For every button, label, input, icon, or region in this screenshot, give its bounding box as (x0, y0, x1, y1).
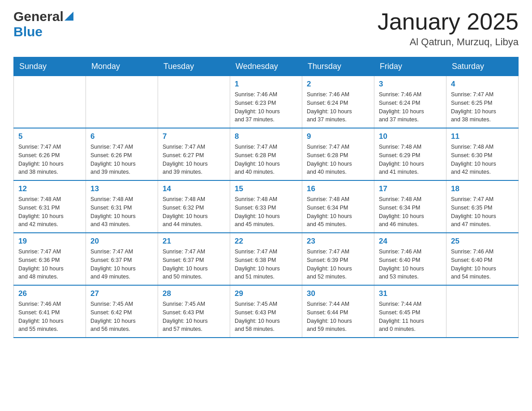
calendar-header: SundayMondayTuesdayWednesdayThursdayFrid… (14, 57, 519, 76)
calendar-table: SundayMondayTuesdayWednesdayThursdayFrid… (13, 57, 519, 338)
logo-blue-text: Blue (13, 24, 43, 39)
day-info: Sunrise: 7:47 AM Sunset: 6:27 PM Dayligh… (163, 143, 225, 176)
calendar-cell: 13Sunrise: 7:48 AM Sunset: 6:31 PM Dayli… (86, 180, 158, 233)
calendar-cell: 24Sunrise: 7:46 AM Sunset: 6:40 PM Dayli… (374, 233, 446, 285)
calendar-cell: 12Sunrise: 7:48 AM Sunset: 6:31 PM Dayli… (14, 180, 86, 233)
calendar-cell: 18Sunrise: 7:47 AM Sunset: 6:35 PM Dayli… (446, 180, 519, 233)
day-info: Sunrise: 7:48 AM Sunset: 6:31 PM Dayligh… (18, 195, 81, 229)
day-number: 25 (451, 237, 514, 246)
day-info: Sunrise: 7:47 AM Sunset: 6:35 PM Dayligh… (451, 195, 514, 229)
calendar-cell: 1Sunrise: 7:46 AM Sunset: 6:23 PM Daylig… (230, 76, 302, 128)
day-header-monday: Monday (86, 57, 158, 76)
day-info: Sunrise: 7:44 AM Sunset: 6:45 PM Dayligh… (379, 300, 442, 334)
day-number: 19 (18, 237, 81, 246)
day-info: Sunrise: 7:47 AM Sunset: 6:28 PM Dayligh… (307, 143, 369, 176)
day-info: Sunrise: 7:47 AM Sunset: 6:37 PM Dayligh… (90, 248, 153, 281)
day-info: Sunrise: 7:45 AM Sunset: 6:43 PM Dayligh… (163, 300, 225, 334)
calendar-cell: 2Sunrise: 7:46 AM Sunset: 6:24 PM Daylig… (302, 76, 374, 128)
calendar-cell: 3Sunrise: 7:46 AM Sunset: 6:24 PM Daylig… (374, 76, 446, 128)
calendar-cell: 17Sunrise: 7:48 AM Sunset: 6:34 PM Dayli… (374, 180, 446, 233)
calendar-cell: 28Sunrise: 7:45 AM Sunset: 6:43 PM Dayli… (158, 285, 230, 338)
calendar-week-3: 12Sunrise: 7:48 AM Sunset: 6:31 PM Dayli… (14, 180, 519, 233)
day-info: Sunrise: 7:47 AM Sunset: 6:36 PM Dayligh… (18, 248, 81, 281)
day-number: 12 (18, 184, 81, 193)
calendar-cell: 10Sunrise: 7:48 AM Sunset: 6:29 PM Dayli… (374, 128, 446, 180)
day-number: 27 (90, 289, 153, 298)
logo: General Blue (13, 9, 73, 39)
day-number: 7 (163, 132, 225, 141)
day-header-sunday: Sunday (14, 57, 86, 76)
day-info: Sunrise: 7:48 AM Sunset: 6:29 PM Dayligh… (379, 143, 442, 176)
day-info: Sunrise: 7:47 AM Sunset: 6:26 PM Dayligh… (18, 143, 81, 176)
day-number: 8 (235, 132, 297, 141)
logo-general-text: General (13, 9, 64, 24)
calendar-cell: 9Sunrise: 7:47 AM Sunset: 6:28 PM Daylig… (302, 128, 374, 180)
day-info: Sunrise: 7:48 AM Sunset: 6:31 PM Dayligh… (90, 195, 153, 229)
day-info: Sunrise: 7:48 AM Sunset: 6:34 PM Dayligh… (307, 195, 369, 229)
day-number: 18 (451, 184, 514, 193)
day-number: 31 (379, 289, 442, 298)
calendar-week-1: 1Sunrise: 7:46 AM Sunset: 6:23 PM Daylig… (14, 76, 519, 128)
day-header-saturday: Saturday (446, 57, 519, 76)
title-block: January 2025 Al Qatrun, Murzuq, Libya (378, 9, 519, 48)
day-number: 16 (307, 184, 369, 193)
day-info: Sunrise: 7:46 AM Sunset: 6:41 PM Dayligh… (18, 300, 81, 334)
day-info: Sunrise: 7:48 AM Sunset: 6:34 PM Dayligh… (379, 195, 442, 229)
day-number: 3 (379, 80, 442, 89)
calendar-cell (158, 76, 230, 128)
day-info: Sunrise: 7:46 AM Sunset: 6:40 PM Dayligh… (451, 248, 514, 281)
calendar-week-5: 26Sunrise: 7:46 AM Sunset: 6:41 PM Dayli… (14, 285, 519, 338)
calendar-cell: 21Sunrise: 7:47 AM Sunset: 6:37 PM Dayli… (158, 233, 230, 285)
day-number: 22 (235, 237, 297, 246)
calendar-cell: 6Sunrise: 7:47 AM Sunset: 6:26 PM Daylig… (86, 128, 158, 180)
calendar-cell: 22Sunrise: 7:47 AM Sunset: 6:38 PM Dayli… (230, 233, 302, 285)
location-title: Al Qatrun, Murzuq, Libya (378, 36, 519, 48)
calendar-cell: 11Sunrise: 7:48 AM Sunset: 6:30 PM Dayli… (446, 128, 519, 180)
day-number: 21 (163, 237, 225, 246)
calendar-cell: 8Sunrise: 7:47 AM Sunset: 6:28 PM Daylig… (230, 128, 302, 180)
day-number: 17 (379, 184, 442, 193)
calendar-cell: 30Sunrise: 7:44 AM Sunset: 6:44 PM Dayli… (302, 285, 374, 338)
day-info: Sunrise: 7:46 AM Sunset: 6:40 PM Dayligh… (379, 248, 442, 281)
day-number: 5 (18, 132, 81, 141)
day-header-thursday: Thursday (302, 57, 374, 76)
day-info: Sunrise: 7:47 AM Sunset: 6:38 PM Dayligh… (235, 248, 297, 281)
calendar-cell (86, 76, 158, 128)
day-number: 28 (163, 289, 225, 298)
day-info: Sunrise: 7:47 AM Sunset: 6:26 PM Dayligh… (90, 143, 153, 176)
day-info: Sunrise: 7:47 AM Sunset: 6:39 PM Dayligh… (307, 248, 369, 281)
day-number: 4 (451, 80, 514, 89)
day-number: 30 (307, 289, 369, 298)
day-number: 9 (307, 132, 369, 141)
calendar-cell: 19Sunrise: 7:47 AM Sunset: 6:36 PM Dayli… (14, 233, 86, 285)
day-number: 2 (307, 80, 369, 89)
calendar-cell: 26Sunrise: 7:46 AM Sunset: 6:41 PM Dayli… (14, 285, 86, 338)
calendar-cell (14, 76, 86, 128)
month-title: January 2025 (378, 9, 519, 34)
day-info: Sunrise: 7:47 AM Sunset: 6:25 PM Dayligh… (451, 90, 514, 124)
day-info: Sunrise: 7:45 AM Sunset: 6:42 PM Dayligh… (90, 300, 153, 334)
day-info: Sunrise: 7:48 AM Sunset: 6:30 PM Dayligh… (451, 143, 514, 176)
day-number: 15 (235, 184, 297, 193)
calendar-cell: 14Sunrise: 7:48 AM Sunset: 6:32 PM Dayli… (158, 180, 230, 233)
day-number: 11 (451, 132, 514, 141)
calendar-week-2: 5Sunrise: 7:47 AM Sunset: 6:26 PM Daylig… (14, 128, 519, 180)
day-info: Sunrise: 7:46 AM Sunset: 6:23 PM Dayligh… (235, 90, 297, 124)
calendar-cell: 5Sunrise: 7:47 AM Sunset: 6:26 PM Daylig… (14, 128, 86, 180)
day-number: 10 (379, 132, 442, 141)
calendar-cell (446, 285, 519, 338)
day-info: Sunrise: 7:47 AM Sunset: 6:37 PM Dayligh… (163, 248, 225, 281)
day-number: 6 (90, 132, 153, 141)
day-info: Sunrise: 7:48 AM Sunset: 6:32 PM Dayligh… (163, 195, 225, 229)
calendar-body: 1Sunrise: 7:46 AM Sunset: 6:23 PM Daylig… (14, 76, 519, 338)
day-info: Sunrise: 7:44 AM Sunset: 6:44 PM Dayligh… (307, 300, 369, 334)
day-info: Sunrise: 7:46 AM Sunset: 6:24 PM Dayligh… (379, 90, 442, 124)
day-number: 20 (90, 237, 153, 246)
day-number: 13 (90, 184, 153, 193)
day-info: Sunrise: 7:47 AM Sunset: 6:28 PM Dayligh… (235, 143, 297, 176)
day-info: Sunrise: 7:45 AM Sunset: 6:43 PM Dayligh… (235, 300, 297, 334)
day-header-friday: Friday (374, 57, 446, 76)
calendar-cell: 31Sunrise: 7:44 AM Sunset: 6:45 PM Dayli… (374, 285, 446, 338)
day-number: 1 (235, 80, 297, 89)
day-info: Sunrise: 7:46 AM Sunset: 6:24 PM Dayligh… (307, 90, 369, 124)
